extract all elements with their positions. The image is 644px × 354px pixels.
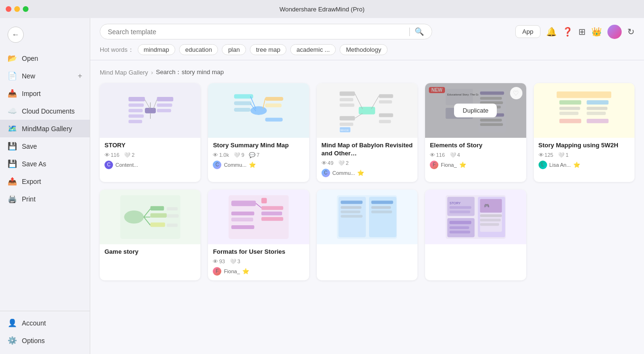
- header-top: 🔍 App 🔔 ❓ ⊞ 👑 ↻: [100, 24, 635, 39]
- notification-icon[interactable]: 🔔: [546, 27, 557, 37]
- svg-rect-68: [167, 207, 178, 210]
- sidebar-item-account[interactable]: 👤 Account: [0, 314, 90, 332]
- svg-rect-72: [231, 201, 256, 206]
- svg-rect-69: [167, 214, 179, 218]
- col3-thumb-svg: STORY 🎮: [430, 192, 521, 242]
- svg-rect-58: [559, 119, 581, 123]
- heart-button-elements[interactable]: ♡: [510, 87, 522, 99]
- sidebar-item-open[interactable]: 📂 Open: [0, 49, 90, 67]
- user-avatar[interactable]: [607, 25, 622, 39]
- search-separator: [409, 28, 410, 36]
- svg-rect-56: [587, 106, 608, 110]
- card-info-story: STORY 👁 116 🤍 2 C Content...: [100, 138, 200, 174]
- svg-rect-78: [231, 217, 253, 221]
- card-info-formats: Formats for User Stories 👁 93 🤍 3 F Fion…: [208, 244, 309, 280]
- stat-likes-story: 🤍 2: [124, 152, 134, 158]
- refresh-icon[interactable]: ↻: [627, 27, 635, 37]
- svg-rect-87: [341, 215, 363, 218]
- crown-icon[interactable]: 👑: [591, 27, 602, 37]
- open-icon: 📂: [8, 54, 17, 63]
- cloud-icon: ☁️: [8, 106, 17, 115]
- card-5w2h[interactable]: Story Mapping using 5W2H 👁 125 🤍 1 L Lis…: [534, 83, 635, 182]
- sidebar-item-print[interactable]: 🖨️ Print: [0, 190, 90, 208]
- svg-rect-4: [128, 104, 143, 107]
- sidebar-item-cloud[interactable]: ☁️ Cloud Documents: [0, 102, 90, 120]
- card-col3[interactable]: STORY 🎮: [425, 190, 526, 280]
- card-stats-story: 👁 116 🤍 2: [104, 152, 196, 158]
- svg-rect-102: [480, 199, 502, 212]
- back-button[interactable]: ←: [8, 27, 24, 43]
- card-game-story[interactable]: Game story: [100, 190, 200, 280]
- sidebar-label-options: Options: [22, 337, 82, 344]
- stat-comments-summary: 💬 7: [249, 152, 259, 158]
- duplicate-button[interactable]: Duplicate: [454, 104, 497, 117]
- gold-badge-formats: ⭐: [242, 268, 249, 275]
- hot-tag-mindmap[interactable]: mindmap: [138, 44, 175, 55]
- hot-tag-treemap[interactable]: tree map: [250, 44, 286, 55]
- gallery-grid: STORY 👁 116 🤍 2 C Content...: [100, 83, 635, 280]
- svg-line-34: [355, 113, 363, 118]
- svg-rect-23: [359, 106, 376, 114]
- breadcrumb-root[interactable]: Mind Map Gallery: [100, 69, 148, 76]
- hot-tag-education[interactable]: education: [179, 44, 218, 55]
- svg-rect-74: [261, 206, 283, 210]
- svg-rect-73: [261, 198, 267, 203]
- sidebar-item-mindmap-gallery[interactable]: 🗺️ MindMap Gallery: [0, 120, 90, 137]
- card-info-babylon: Mind Map of Babylon Revisited and Other……: [317, 138, 417, 182]
- sidebar-item-import[interactable]: 📥 Import: [0, 85, 90, 102]
- search-icon[interactable]: 🔍: [415, 27, 424, 36]
- card-author-summary: C Commu... ⭐: [213, 161, 304, 169]
- card-info-5w2h: Story Mapping using 5W2H 👁 125 🤍 1 L Lis…: [534, 138, 635, 174]
- grid-icon[interactable]: ⊞: [578, 27, 586, 37]
- app-button[interactable]: App: [515, 25, 540, 38]
- sidebar-item-new[interactable]: 📄 New +: [0, 67, 90, 85]
- hot-tag-academic[interactable]: academic ...: [290, 44, 336, 55]
- card-elements[interactable]: NEW Educational Story: The Golden Keys: [425, 83, 526, 182]
- svg-rect-17: [265, 97, 283, 101]
- card-formats[interactable]: Formats for User Stories 👁 93 🤍 3 F Fion…: [208, 190, 309, 280]
- save-icon: 💾: [8, 142, 17, 151]
- new-plus-icon[interactable]: +: [78, 72, 82, 80]
- minimize-btn[interactable]: [14, 6, 20, 12]
- sidebar-item-export[interactable]: 📤 Export: [0, 172, 90, 190]
- svg-rect-88: [371, 201, 393, 204]
- svg-rect-70: [167, 223, 178, 227]
- sidebar-item-save-as[interactable]: 💾 Save As: [0, 155, 90, 172]
- content-area: Mind Map Gallery › Search：story mind map: [90, 60, 644, 354]
- help-icon[interactable]: ❓: [562, 27, 573, 37]
- search-input[interactable]: [108, 28, 405, 36]
- card-story[interactable]: STORY 👁 116 🤍 2 C Content...: [100, 83, 200, 182]
- svg-rect-67: [150, 222, 165, 227]
- card-babylon[interactable]: IMAGE Mind Map of Babylon Revisited and …: [317, 83, 417, 182]
- svg-rect-3: [128, 97, 145, 101]
- svg-rect-15: [234, 101, 252, 105]
- sidebar-item-save[interactable]: 💾 Save: [0, 137, 90, 155]
- author-avatar-summary: C: [213, 161, 221, 169]
- card-thumb-summary: [208, 83, 309, 138]
- sidebar-item-options[interactable]: ⚙️ Options: [0, 332, 90, 349]
- maximize-btn[interactable]: [23, 6, 28, 12]
- card-title-5w2h: Story Mapping using 5W2H: [539, 142, 630, 150]
- sidebar-label-save-as: Save As: [22, 160, 82, 168]
- card-stats-elements: 👁 116 🤍 4: [430, 152, 521, 158]
- svg-line-22: [263, 98, 265, 108]
- svg-rect-99: [449, 226, 469, 229]
- card-story-summary[interactable]: Story Summary Mind Map 👁 1.0k 🤍 9 💬 7 C …: [208, 83, 309, 182]
- author-avatar-story: C: [104, 161, 113, 169]
- card-author-story: C Content...: [104, 161, 196, 169]
- card-thumb-elements: NEW Educational Story: The Golden Keys: [425, 83, 526, 138]
- svg-rect-27: [340, 116, 355, 120]
- card-col2[interactable]: [317, 190, 417, 280]
- hot-tag-plan[interactable]: plan: [222, 44, 246, 55]
- svg-rect-85: [341, 206, 362, 209]
- print-icon: 🖨️: [8, 194, 17, 203]
- stat-likes-babylon: 🤍 2: [338, 160, 349, 166]
- card-author-babylon: C Commu... ⭐: [322, 169, 413, 177]
- svg-rect-29: [379, 94, 393, 98]
- svg-rect-0: [145, 108, 156, 114]
- export-icon: 📤: [8, 177, 17, 186]
- close-btn[interactable]: [6, 6, 11, 12]
- hot-tag-methodology[interactable]: Methodology: [340, 44, 387, 55]
- svg-point-13: [250, 106, 267, 115]
- account-icon: 👤: [8, 318, 17, 327]
